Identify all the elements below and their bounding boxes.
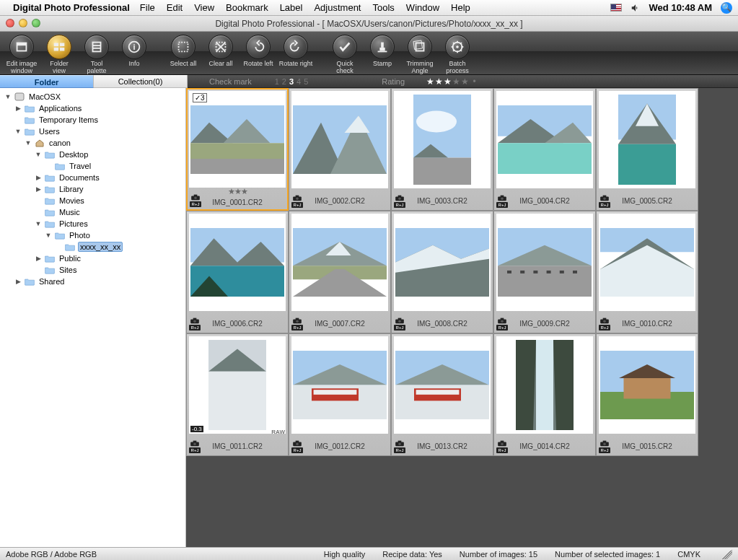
raw-jpeg-badge: R+J — [291, 318, 303, 331]
disclosure-triangle[interactable]: ▼ — [45, 232, 52, 239]
toolbar-clear-all[interactable]: Clear all — [203, 35, 238, 68]
menu-tools[interactable]: Tools — [373, 2, 395, 13]
thumbnail-img_0007-cr2[interactable]: IMG_0007.CR2R+J — [289, 211, 391, 333]
main-toolbar: Edit imagewindowFolderviewToolpaletteiIn… — [0, 32, 738, 75]
tab-folder[interactable]: Folder — [0, 75, 94, 88]
svg-rect-108 — [314, 390, 357, 395]
svg-rect-100 — [208, 372, 266, 430]
volume-icon[interactable] — [631, 3, 641, 13]
resize-grip[interactable] — [722, 549, 732, 559]
toolbar-edit-image-window[interactable]: Edit imagewindow — [4, 35, 39, 75]
tree-item-users[interactable]: ▼Users — [1, 126, 184, 137]
tree-label: Shared — [38, 277, 66, 286]
thumbnail-img_0015-cr2[interactable]: IMG_0015.CR2R+J — [596, 333, 698, 456]
tree-item-library[interactable]: ▶Library — [1, 183, 184, 195]
toolbar-trimming-angle[interactable]: TrimmingAngle — [403, 35, 437, 75]
menu-adjustment[interactable]: Adjustment — [314, 2, 361, 13]
svg-point-50 — [501, 198, 504, 201]
menu-help[interactable]: Help — [451, 2, 470, 13]
tree-item-sites[interactable]: Sites — [1, 264, 184, 276]
menu-label[interactable]: Label — [280, 2, 303, 13]
menubar-clock[interactable]: Wed 10:48 AM — [649, 2, 712, 13]
tree-item-public[interactable]: ▶Public — [1, 253, 184, 264]
thumbnail-img_0004-cr2[interactable]: IMG_0004.CR2R+J — [493, 88, 596, 211]
tree-item-movies[interactable]: Movies — [1, 195, 184, 206]
spotlight-icon[interactable]: 🔍 — [721, 2, 732, 14]
thumbnail-img_0012-cr2[interactable]: IMG_0012.CR2R+J — [289, 333, 391, 456]
checkmark-label: Check mark — [209, 77, 252, 86]
disclosure-triangle[interactable]: ▼ — [35, 220, 42, 227]
disclosure-triangle[interactable]: ▼ — [35, 151, 42, 158]
thumbnail-grid-area[interactable]: ✓3★★★IMG_0001.CR2R+JIMG_0002.CR2R+JIMG_0… — [186, 88, 738, 547]
thumbnail-image — [496, 336, 593, 434]
window-minimize-button[interactable] — [19, 19, 27, 27]
thumbnail-img_0009-cr2[interactable]: IMG_0009.CR2R+J — [493, 211, 596, 333]
menu-edit[interactable]: Edit — [167, 2, 183, 13]
thumbnail-img_0013-cr2[interactable]: IMG_0013.CR2R+J — [391, 333, 493, 456]
toolbar-quick-check[interactable]: Quickcheck — [328, 35, 362, 75]
tree-item-music[interactable]: Music — [1, 206, 184, 218]
thumbnail-img_0002-cr2[interactable]: IMG_0002.CR2R+J — [289, 88, 391, 211]
thumbnail-img_0003-cr2[interactable]: IMG_0003.CR2R+J — [391, 88, 493, 211]
toolbar-stamp[interactable]: Stamp — [365, 35, 400, 68]
input-menu-flag[interactable] — [610, 4, 622, 12]
svg-rect-44 — [398, 196, 402, 197]
tree-label: Sites — [58, 266, 78, 274]
rating-stars[interactable]: ★★★★★ • — [426, 76, 477, 87]
toolbar-label: Batchprocess — [446, 61, 469, 75]
tree-item-pictures[interactable]: ▼Pictures — [1, 218, 184, 229]
thumbnail-img_0008-cr2[interactable]: IMG_0008.CR2R+J — [391, 211, 493, 333]
thumbnail-img_0006-cr2[interactable]: IMG_0006.CR2R+J — [186, 211, 289, 333]
disclosure-triangle[interactable]: ▶ — [14, 278, 22, 285]
window-close-button[interactable] — [6, 19, 14, 27]
toolbar-rotate-left[interactable]: Rotate left — [241, 35, 276, 68]
toolbar-label: Stamp — [373, 61, 392, 68]
thumbnail-image: ✓3 — [189, 91, 286, 188]
thumbnail-filename: IMG_0003.CR2 — [417, 197, 467, 205]
tree-label: Pictures — [58, 219, 89, 228]
menu-file[interactable]: File — [140, 2, 155, 13]
disclosure-triangle[interactable]: ▶ — [35, 174, 42, 181]
svg-rect-11 — [179, 43, 188, 52]
tree-item-travel[interactable]: Travel — [1, 160, 184, 172]
thumbnail-img_0014-cr2[interactable]: IMG_0014.CR2R+J — [493, 333, 596, 456]
toolbar-tool-palette[interactable]: Toolpalette — [79, 35, 114, 75]
menu-view[interactable]: View — [194, 2, 214, 13]
svg-point-64 — [193, 320, 196, 323]
menubar-app-name[interactable]: Digital Photo Professional — [13, 2, 130, 13]
toolbar-folder-view[interactable]: Folderview — [42, 35, 76, 75]
tree-item-xxxx-xx-xx[interactable]: xxxx_xx_xx — [1, 241, 184, 253]
tree-item-macosx[interactable]: ▼MacOSX — [1, 91, 184, 102]
thumbnail-img_0001-cr2[interactable]: ✓3★★★IMG_0001.CR2R+J — [186, 88, 289, 211]
tree-item-desktop[interactable]: ▼Desktop — [1, 149, 184, 160]
tree-label: canon — [48, 139, 72, 147]
folder-icon — [24, 103, 35, 113]
tree-item-temporary-items[interactable]: Temporary Items — [1, 114, 184, 126]
toolbar-info[interactable]: iInfo — [117, 35, 151, 68]
toolbar-rotate-right[interactable]: Rotate right — [278, 35, 313, 68]
tree-item-applications[interactable]: ▶Applications — [1, 102, 184, 114]
window-zoom-button[interactable] — [32, 19, 40, 27]
disclosure-triangle[interactable]: ▼ — [4, 93, 12, 100]
disclosure-triangle[interactable]: ▶ — [35, 255, 42, 262]
disclosure-triangle[interactable]: ▼ — [14, 128, 22, 135]
tree-item-photo[interactable]: ▼Photo — [1, 229, 184, 241]
thumbnail-img_0011-cr2[interactable]: -0.3RAWIMG_0011.CR2R+J — [186, 333, 289, 456]
tab-collection[interactable]: Collection(0) — [94, 75, 188, 88]
toolbar-batch-process[interactable]: Batchprocess — [440, 35, 475, 75]
menu-bookmark[interactable]: Bookmark — [226, 2, 268, 13]
svg-rect-97 — [603, 318, 607, 320]
thumbnail-img_0005-cr2[interactable]: IMG_0005.CR2R+J — [596, 88, 698, 211]
tree-item-canon[interactable]: ▼canon — [1, 137, 184, 149]
thumbnail-meta: IMG_0012.CR2 — [289, 434, 390, 455]
disclosure-triangle[interactable]: ▶ — [35, 185, 42, 193]
tree-item-shared[interactable]: ▶Shared — [1, 276, 184, 287]
primary-tab-row: Folder Collection(0) Check mark 12345 Ra… — [0, 75, 738, 88]
menu-window[interactable]: Window — [406, 2, 439, 13]
disclosure-triangle[interactable]: ▶ — [14, 105, 22, 112]
thumbnail-img_0010-cr2[interactable]: IMG_0010.CR2R+J — [596, 211, 698, 333]
tree-item-documents[interactable]: ▶Documents — [1, 172, 184, 183]
checkmark-values[interactable]: 12345 — [273, 77, 310, 86]
toolbar-select-all[interactable]: Select all — [166, 35, 201, 68]
disclosure-triangle[interactable]: ▼ — [25, 139, 32, 146]
